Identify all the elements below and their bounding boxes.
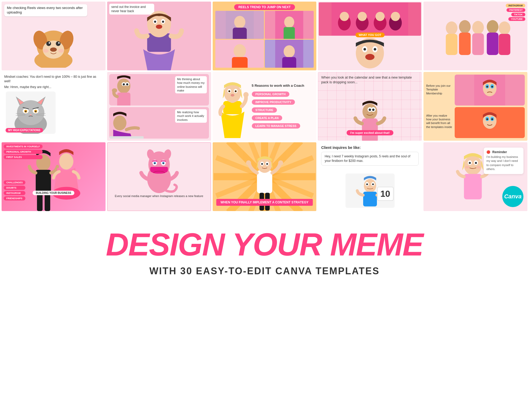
svg-point-110 — [491, 86, 493, 88]
label-challenges: CHALLENGES — [4, 180, 25, 185]
cell-5-reasons: 5 Reasons to work with a Coach PERSONAL … — [213, 72, 317, 141]
cell-mindset-cat: Mindset coaches: You don't need to give … — [2, 72, 106, 141]
svg-point-40 — [391, 12, 400, 21]
svg-point-27 — [234, 44, 246, 58]
label-personal-growth: PERSONAL GROWTH — [4, 150, 43, 154]
label-instagram-2: INSTAGRAM — [4, 191, 25, 195]
svg-point-149 — [266, 163, 268, 165]
mindset-text-mid: Me: Hmm, maybe they are right... — [4, 85, 103, 89]
svg-point-53 — [472, 21, 484, 34]
svg-point-122 — [59, 153, 74, 170]
svg-point-49 — [446, 21, 458, 35]
svg-point-55 — [487, 20, 499, 33]
cell-thinking-meme: Me thinking about how much money my onli… — [107, 72, 211, 141]
svg-point-162 — [372, 184, 374, 185]
reminder-text: I'm building my business my way and I do… — [486, 155, 521, 171]
svg-rect-54 — [472, 33, 484, 55]
label-tiktok: TIKTOK — [511, 13, 525, 16]
svg-point-98 — [243, 92, 249, 97]
svg-point-95 — [228, 90, 230, 92]
label-instagram: INSTAGRAM — [506, 4, 525, 7]
svg-point-84 — [126, 83, 128, 85]
canva-label: Canva — [504, 193, 522, 200]
dog-illustration — [30, 15, 77, 68]
svg-point-24 — [284, 16, 294, 28]
label-doubts: DOUBTS — [4, 186, 25, 190]
main-headline: DESIGN YOUR MEME — [5, 229, 524, 260]
svg-point-148 — [261, 163, 263, 165]
svg-point-83 — [123, 83, 125, 85]
svg-rect-28 — [232, 57, 247, 68]
svg-point-6 — [56, 41, 61, 46]
svg-point-36 — [358, 12, 367, 21]
thinking-figure-bottom — [109, 107, 144, 139]
svg-rect-58 — [499, 34, 510, 55]
cell-surprised-woman: send out the invoice and never hear back — [107, 2, 211, 70]
panther-caption: Every social media manager when Instagra… — [110, 194, 208, 198]
sub-headline: WITH 30 EASY-TO-EDIT CANVA TEMPLATES — [5, 266, 524, 277]
cell-fashion-group: INSTAGRAM PINTEREST TIKTOK YOUTUBE — [423, 2, 527, 70]
svg-point-103 — [369, 109, 371, 111]
svg-text:10: 10 — [380, 189, 390, 199]
cat-illustration — [4, 92, 57, 134]
cell-calendar: When you look at the calendar and see th… — [318, 72, 422, 141]
excited-caption: I'm super excited about that! — [346, 130, 393, 135]
reasons-title: 5 Reasons to work with a Coach — [252, 84, 304, 88]
svg-point-109 — [486, 86, 488, 88]
svg-point-38 — [376, 12, 385, 21]
svg-point-85 — [112, 88, 117, 93]
svg-rect-31 — [282, 57, 296, 68]
svg-point-132 — [163, 163, 164, 164]
svg-rect-120 — [37, 193, 43, 211]
reason-4: CREATE A PLAN — [252, 115, 282, 121]
thinking-text-top: Me thinking about how much money my onli… — [175, 76, 207, 93]
svg-point-71 — [35, 111, 37, 112]
label-investments: INVESTMENTS IN YOURSELF — [4, 144, 43, 149]
client-title: Client inquires be like: — [321, 145, 419, 150]
label-pinterest: PINTEREST — [507, 8, 525, 12]
cell-client-inquires: Client inquires be like: Hey, I need 7 w… — [318, 142, 422, 211]
thinking-figure-top — [109, 74, 144, 106]
svg-point-70 — [25, 111, 26, 112]
svg-point-8 — [58, 42, 60, 44]
reason-1: PERSONAL GROWTH — [252, 92, 289, 97]
svg-rect-22 — [233, 28, 247, 39]
meme-caption: Me checking Reels views every two second… — [4, 4, 87, 16]
svg-rect-144 — [257, 170, 272, 193]
cell-reels-trend: REELS TREND TO JUMP ON NEXT — [213, 2, 317, 70]
svg-rect-88 — [109, 136, 144, 139]
ten-sign-svg: 10 — [344, 174, 396, 208]
svg-point-45 — [364, 48, 366, 51]
svg-rect-52 — [459, 33, 471, 55]
bottom-section: DESIGN YOUR MEME WITH 30 EASY-TO-EDIT CA… — [0, 213, 529, 290]
cell-pink-panther: Every social media manager when Instagra… — [107, 142, 211, 211]
svg-rect-90 — [223, 101, 242, 114]
reminder-dot-icon: 🔴 — [486, 150, 490, 154]
cell-before-after: Before you join our Template Membership … — [423, 72, 527, 141]
svg-point-150 — [246, 160, 251, 165]
reason-2: IMPROVE PRODUCTIVITY — [252, 99, 295, 105]
reason-5: LEARN TO MANAGE STRESS — [252, 123, 300, 129]
svg-point-115 — [486, 118, 488, 120]
woman-figure — [107, 7, 211, 70]
svg-point-30 — [284, 45, 295, 58]
what-you-got-badge: WHAT YOU GOT — [355, 33, 385, 37]
label-youtube: YOUTUBE — [508, 17, 525, 21]
svg-point-116 — [491, 118, 493, 120]
badge-high-expectations: MY HIGH EXPECTATIONS — [6, 128, 43, 133]
svg-rect-80 — [117, 93, 130, 106]
svg-rect-165 — [464, 174, 482, 199]
label-building: BUILDING YOUR BUSINESS — [33, 191, 75, 195]
svg-point-34 — [340, 12, 349, 21]
svg-rect-156 — [363, 192, 377, 207]
svg-point-15 — [156, 25, 162, 29]
svg-point-96 — [235, 90, 236, 92]
after-label: After you realize how your business will… — [426, 114, 453, 129]
svg-point-164 — [464, 156, 482, 175]
svg-rect-50 — [446, 34, 458, 55]
label-friendships: FRIENDSHIPS — [4, 196, 25, 200]
svg-point-155 — [364, 179, 376, 193]
before-label: Before you join our Template Membership — [426, 84, 453, 95]
canva-button[interactable]: Canva — [502, 186, 523, 207]
svg-point-161 — [366, 184, 368, 185]
